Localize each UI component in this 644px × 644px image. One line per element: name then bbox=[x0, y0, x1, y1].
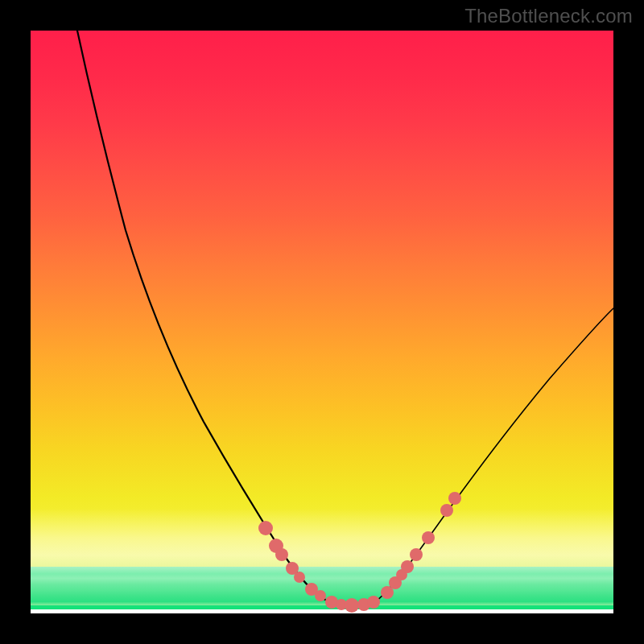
curve-svg bbox=[31, 31, 613, 613]
plot-area bbox=[31, 31, 613, 613]
marker-dot bbox=[367, 596, 380, 609]
marker-dot bbox=[410, 548, 423, 561]
marker-dot bbox=[294, 572, 305, 583]
marker-dot bbox=[440, 504, 453, 517]
marker-dot bbox=[345, 598, 359, 613]
chart-frame: TheBottleneck.com bbox=[0, 0, 644, 644]
marker-dot bbox=[275, 548, 288, 561]
curve-left bbox=[77, 31, 327, 601]
marker-dot bbox=[401, 560, 414, 573]
marker-dot bbox=[258, 521, 273, 535]
marker-group bbox=[258, 492, 461, 613]
marker-dot bbox=[448, 492, 461, 505]
watermark-text: TheBottleneck.com bbox=[464, 5, 633, 27]
marker-dot bbox=[315, 590, 326, 601]
marker-dot bbox=[422, 531, 435, 544]
